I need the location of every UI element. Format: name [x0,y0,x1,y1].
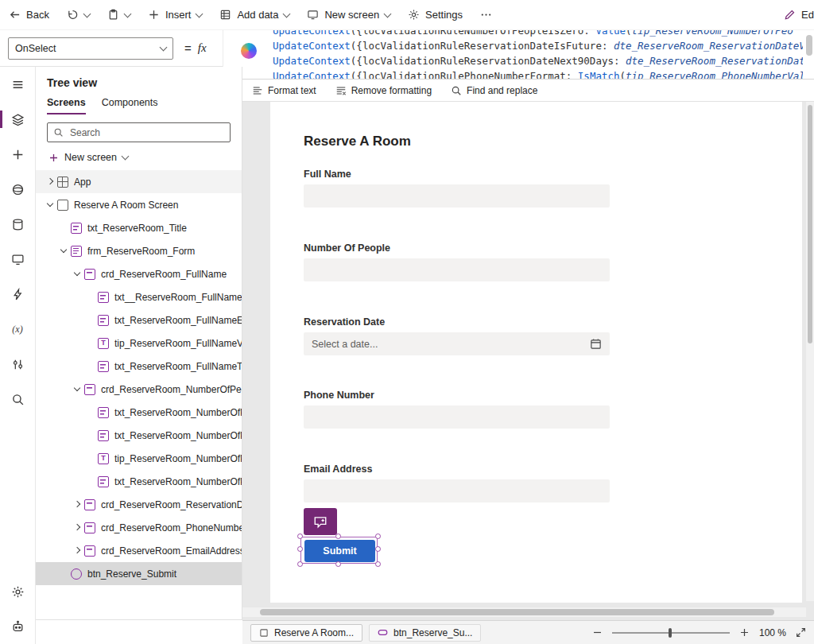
resize-handle[interactable] [335,561,341,567]
tree-item-numberofpeople-2[interactable]: txt_ReserveRoom_NumberOfPeop [36,424,242,447]
tree-item-numberofpeople-title[interactable]: txt_ReserveRoom_NumberOfPeop [36,470,242,493]
virtual-agent-icon[interactable] [0,609,35,644]
number-of-people-label[interactable]: Number Of People [304,242,390,254]
resize-handle[interactable] [297,561,303,567]
tree-item-screen[interactable]: Reserve A Room Screen [36,193,242,216]
tab-screens[interactable]: Screens [47,97,86,114]
calendar-icon[interactable] [590,338,602,350]
menu-icon[interactable] [0,67,35,102]
form-title[interactable]: Reserve A Room [304,134,411,149]
tree-item-card-emailaddress[interactable]: crd_ReserveRoom_EmailAddress [36,539,242,562]
tree-item-fullname-value[interactable]: tip_ReserveRoom_FullNameValue [36,332,242,355]
fit-to-window-icon[interactable] [796,627,806,638]
chevron-down-icon[interactable] [71,268,83,281]
back-button[interactable]: Back [0,0,58,29]
chevron-down-icon[interactable] [44,199,56,211]
find-replace-button[interactable]: Find and replace [441,80,547,101]
undo-button[interactable] [58,0,99,29]
variables-icon[interactable] [0,312,35,347]
settings-button[interactable]: Settings [399,0,471,29]
resize-handle[interactable] [375,533,381,539]
horizontal-scrollbar-thumb[interactable] [260,609,774,615]
resize-handle[interactable] [375,561,381,567]
number-of-people-input[interactable] [304,258,610,281]
tree-item-submit-button[interactable]: btn_Reserve_Submit [36,562,242,585]
formula-line[interactable]: UpdateContext({locValidationRuleNumberOf… [273,30,803,38]
zoom-slider[interactable] [612,632,730,634]
power-automate-icon[interactable] [0,277,35,312]
zoom-slider-thumb[interactable] [669,628,672,638]
settings-icon[interactable] [0,574,35,609]
formula-editor[interactable]: UpdateContext({locValidationRuleNumberOf… [223,30,814,80]
tree-item-fullname-title[interactable]: txt_ReserveRoom_FullNameTitle [36,355,242,378]
screen-canvas[interactable]: Reserve A Room Full Name Number Of Peopl… [270,102,802,603]
horizontal-scrollbar[interactable] [242,607,806,617]
tree-item-card-numberofpeople[interactable]: crd_ReserveRoom_NumberOfPeople [36,378,242,401]
search-icon[interactable] [0,382,35,417]
clipboard-button[interactable] [99,0,139,29]
vertical-scrollbar-thumb[interactable] [808,105,812,343]
phone-number-label[interactable]: Phone Number [304,390,374,401]
comment-icon-button[interactable] [304,508,337,535]
email-address-label[interactable]: Email Address [304,464,372,475]
formula-code[interactable]: UpdateContext({locValidationRuleNumberOf… [273,30,803,80]
undo-dropdown-chevron-icon[interactable] [83,10,91,17]
tree-view-icon[interactable] [0,102,35,137]
chevron-down-icon[interactable] [57,245,70,258]
tree-item-card-fullname[interactable]: crd_ReserveRoom_FullName [36,262,242,285]
data-icon[interactable] [0,207,35,242]
format-text-button[interactable]: Format text [242,80,326,101]
submit-selection[interactable]: Submit [300,537,378,564]
edit-button[interactable]: Ed [775,0,814,29]
full-name-input[interactable] [304,184,610,208]
zoom-out-button[interactable] [592,627,603,638]
formula-scrollbar[interactable] [806,35,812,75]
zoom-value[interactable]: 100 % [759,627,786,638]
vertical-scrollbar[interactable] [806,102,814,601]
full-name-label[interactable]: Full Name [304,169,351,180]
tree-item-numberofpeople-1[interactable]: txt_ReserveRoom_NumberOfPeop [36,401,242,424]
property-selector[interactable]: OnSelect [8,37,173,60]
chevron-down-icon[interactable] [71,383,83,396]
chevron-right-icon[interactable] [71,499,83,511]
chevron-right-icon[interactable] [44,176,56,188]
formula-line[interactable]: UpdateContext({locValidationRuleReservat… [273,38,803,53]
phone-number-input[interactable] [304,405,610,429]
remove-formatting-button[interactable]: Remove formatting [326,80,441,101]
new-screen-menu[interactable]: New screen [298,0,399,29]
tree-item-app[interactable]: App [36,170,242,193]
tab-components[interactable]: Components [102,97,158,114]
more-commands-button[interactable] [471,0,501,29]
insert-menu[interactable]: Insert [139,0,211,29]
tree-item-card-phonenumber[interactable]: crd_ReserveRoom_PhoneNumber [36,516,242,539]
clipboard-dropdown-chevron-icon[interactable] [123,10,131,17]
add-data-menu[interactable]: Add data [211,0,298,29]
tree-item-fullname-error[interactable]: txt_ReserveRoom_FullNameErrorM [36,308,242,332]
control-breadcrumb[interactable]: btn_Reserve_Su... [369,624,481,642]
search-input[interactable] [68,126,224,139]
formula-line[interactable]: UpdateContext({locValidationRulePhoneNum… [273,68,803,80]
resize-handle[interactable] [335,533,341,539]
media-icon[interactable] [0,172,35,207]
tree-item-numberofpeople-value[interactable]: tip_ReserveRoom_NumberOfPeop [36,447,242,470]
insert-icon[interactable] [0,137,35,172]
tree-item-title-label[interactable]: txt_ReserveRoom_Title [36,216,242,239]
tree-item-form[interactable]: frm_ReserveRoom_Form [36,239,242,262]
tree-item-fullname-required[interactable]: txt__ReserveRoom_FullNameRequ [36,285,242,308]
tree-item-card-reservationdate[interactable]: crd_ReserveRoom_ReservationDate [36,493,242,516]
chevron-right-icon[interactable] [71,545,83,557]
zoom-in-button[interactable] [739,627,750,638]
screens-icon[interactable] [0,242,35,277]
reservation-date-label[interactable]: Reservation Date [304,316,385,328]
email-address-input[interactable] [304,479,610,502]
formula-scrollbar-thumb[interactable] [806,35,812,56]
resize-handle[interactable] [297,546,303,552]
screen-breadcrumb[interactable]: Reserve A Room... [250,624,362,642]
new-screen-button[interactable]: New screen [42,148,235,167]
controls-icon[interactable] [0,347,35,382]
reservation-date-input[interactable]: Select a date... [304,332,610,355]
chevron-right-icon[interactable] [71,522,83,534]
resize-handle[interactable] [297,533,303,539]
resize-handle[interactable] [375,546,381,552]
copilot-icon[interactable] [241,43,257,59]
